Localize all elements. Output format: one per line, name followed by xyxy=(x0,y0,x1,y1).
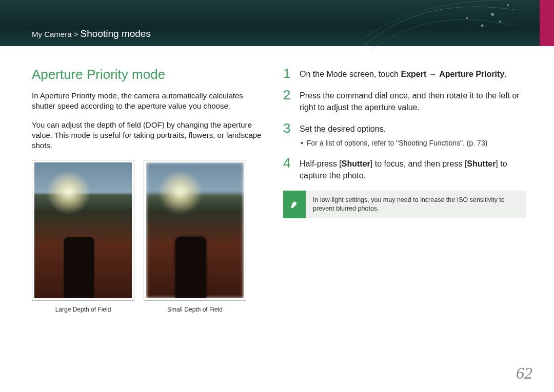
step-item: 3 Set the desired options. For a list of… xyxy=(283,121,526,148)
figure-caption: Small Depth of Field xyxy=(144,306,246,313)
note-text: In low-light settings, you may need to i… xyxy=(306,191,526,218)
figure-caption: Large Depth of Field xyxy=(32,306,134,313)
step-number: 3 xyxy=(283,121,293,148)
step-text: Half-press [ xyxy=(300,159,342,168)
step-body: Set the desired options. For a list of o… xyxy=(300,121,487,148)
svg-point-1 xyxy=(481,25,484,27)
svg-point-2 xyxy=(507,4,509,6)
step-number: 2 xyxy=(283,88,293,113)
svg-point-4 xyxy=(499,20,501,23)
step-bold: Shutter xyxy=(467,159,496,168)
breadcrumb-section: Shooting modes xyxy=(81,28,151,39)
photo-frame xyxy=(32,160,134,301)
step-item: 2 Press the command dial once, and then … xyxy=(283,88,526,113)
note-icon xyxy=(283,191,306,218)
left-column: Aperture Priority mode In Aperture Prior… xyxy=(32,67,263,313)
step-number: 4 xyxy=(283,156,293,181)
step-sub-bullet: For a list of options, refer to "Shootin… xyxy=(300,138,487,149)
pen-icon xyxy=(289,199,300,210)
photo-frame xyxy=(144,160,246,301)
step-body: Press the command dial once, and then ro… xyxy=(300,88,526,113)
mode-title: Aperture Priority mode xyxy=(32,67,263,82)
step-text: . xyxy=(504,70,506,78)
step-number: 1 xyxy=(283,67,293,80)
step-text: Set the desired options. xyxy=(300,125,386,133)
step-item: 4 Half-press [Shutter] to focus, and the… xyxy=(283,156,526,181)
step-text: On the Mode screen, touch xyxy=(300,70,401,78)
steps-list: 1 On the Mode screen, touch Expert → Ape… xyxy=(283,67,526,181)
svg-point-0 xyxy=(491,13,494,16)
step-body: On the Mode screen, touch Expert → Apert… xyxy=(300,67,507,80)
header-decoration xyxy=(359,0,523,56)
step-body: Half-press [Shutter] to focus, and then … xyxy=(300,156,526,181)
header-accent-bar xyxy=(540,0,554,46)
figure-small-dof: Small Depth of Field xyxy=(144,160,246,313)
svg-point-3 xyxy=(466,17,468,19)
note-box: In low-light settings, you may need to i… xyxy=(283,191,526,218)
step-bold: Shutter xyxy=(342,159,370,168)
intro-paragraph-1: In Aperture Priority mode, the camera au… xyxy=(32,91,263,112)
step-text: → xyxy=(426,70,439,78)
step-item: 1 On the Mode screen, touch Expert → Ape… xyxy=(283,67,526,80)
right-column: 1 On the Mode screen, touch Expert → Ape… xyxy=(283,67,526,313)
figure-large-dof: Large Depth of Field xyxy=(32,160,134,313)
step-bold: Expert xyxy=(401,70,426,78)
page-number: 62 xyxy=(516,364,532,383)
sample-photo-focus-subject xyxy=(175,237,206,298)
figure-row: Large Depth of Field Small Depth of Fiel… xyxy=(32,160,263,313)
intro-paragraph-2: You can adjust the depth of field (DOF) … xyxy=(32,120,263,151)
breadcrumb-prefix: My Camera > xyxy=(32,30,81,38)
page-header: My Camera > Shooting modes xyxy=(0,0,554,46)
step-bold: Aperture Priority xyxy=(439,70,504,78)
page-content: Aperture Priority mode In Aperture Prior… xyxy=(0,46,554,313)
sample-photo-sharp xyxy=(34,162,132,298)
step-text: ] to focus, and then press [ xyxy=(370,159,467,168)
